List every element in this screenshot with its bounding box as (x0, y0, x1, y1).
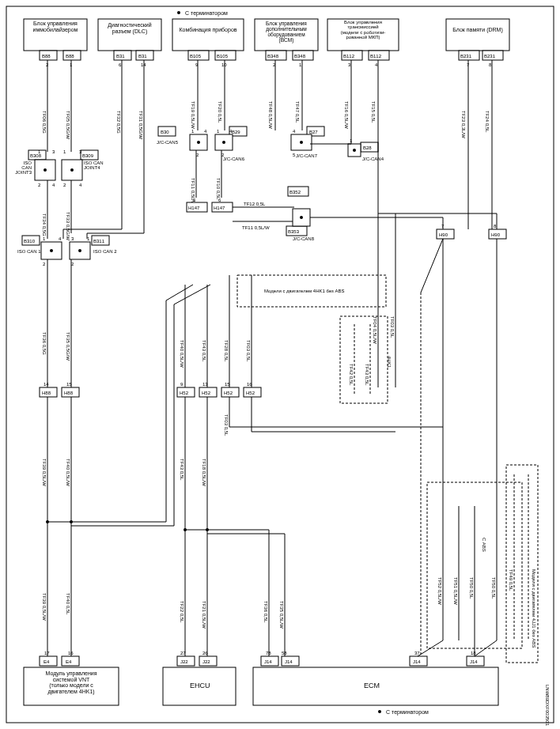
svg-text:16: 16 (68, 651, 74, 655)
svg-text:B29: B29 (232, 130, 240, 134)
svg-text:26: 26 (202, 651, 208, 655)
svg-text:E4: E4 (66, 659, 72, 664)
svg-text:H88: H88 (64, 391, 74, 395)
svg-text:H147: H147 (188, 206, 200, 210)
svg-text:TF40 0,5L: TF40 0,5L (66, 593, 70, 615)
svg-point-158 (353, 149, 356, 152)
svg-text:TF05 0,5G/W: TF05 0,5G/W (66, 111, 70, 139)
svg-text:H90: H90 (491, 232, 501, 237)
svg-text:TF32 0,5G: TF32 0,5G (116, 111, 121, 134)
svg-text:TF36 0,5G: TF36 0,5G (42, 332, 47, 355)
svg-text:J/C-CAN8: J/C-CAN8 (293, 236, 315, 241)
svg-text:TF36 0,5L: TF36 0,5L (263, 601, 268, 623)
svg-text:C ABS: C ABS (482, 538, 486, 552)
svg-text:ISO CAN 2: ISO CAN 2 (93, 249, 117, 254)
svg-text:TF40 0,5L/W: TF40 0,5L/W (180, 340, 184, 368)
svg-text:17: 17 (44, 651, 50, 655)
svg-text:B31: B31 (138, 54, 147, 59)
svg-text:J14: J14 (285, 659, 293, 664)
terminator-bottom: С терминатором (386, 709, 429, 716)
svg-text:Модели с двигателем 4JJ1 без A: Модели с двигателем 4JJ1 без ABS (532, 569, 536, 648)
svg-text:Модели с двигателем 4HK1 без A: Модели с двигателем 4HK1 без ABS (264, 289, 345, 293)
svg-text:TF31 0,5G/W: TF31 0,5G/W (138, 111, 143, 139)
svg-text:TF42 0,5L: TF42 0,5L (349, 364, 354, 386)
svg-text:B105: B105 (217, 54, 229, 59)
svg-text:B27: B27 (309, 130, 318, 134)
svg-text:TF47 0,5L: TF47 0,5L (295, 101, 300, 123)
svg-point-51 (44, 168, 47, 172)
svg-text:TF51 0,5L/W: TF51 0,5L/W (453, 577, 458, 605)
svg-text:B88: B88 (42, 54, 51, 59)
isocan1: ISO CAN 1 (17, 249, 41, 254)
svg-text:B310: B310 (24, 239, 36, 244)
svg-text:TF11 0,5L/W: TF11 0,5L/W (242, 225, 270, 230)
svg-text:J/C-CAN4: J/C-CAN4 (362, 157, 384, 161)
svg-text:B348: B348 (294, 54, 306, 59)
svg-text:B352: B352 (289, 190, 301, 195)
svg-point-59 (70, 168, 74, 172)
svg-point-129 (222, 141, 225, 144)
svg-text:TF06 0,5G: TF06 0,5G (42, 111, 47, 134)
svg-text:TF16 0,5L/W: TF16 0,5L/W (344, 101, 349, 129)
svg-text:TF24 0,5L: TF24 0,5L (485, 111, 490, 133)
svg-text:TF49 0,5L: TF49 0,5L (509, 569, 513, 591)
svg-point-179 (300, 216, 303, 219)
svg-text:27: 27 (180, 651, 186, 655)
svg-text:B112: B112 (370, 54, 382, 59)
svg-text:TF35 0,5G/W: TF35 0,5G/W (66, 332, 70, 361)
svg-text:TF48 0,5L/W: TF48 0,5L/W (268, 101, 273, 129)
svg-text:H147: H147 (214, 206, 225, 210)
svg-text:B31: B31 (116, 54, 125, 59)
svg-text:B348: B348 (267, 54, 279, 59)
svg-text:H52: H52 (202, 391, 211, 395)
svg-text:TF34 0,5G: TF34 0,5G (42, 213, 47, 236)
svg-text:TF18 0,5L/W: TF18 0,5L/W (202, 459, 206, 486)
svg-text:TF33 0,5G/W: TF33 0,5G/W (66, 212, 70, 240)
svg-text:15: 15 (66, 382, 72, 387)
svg-text:H90: H90 (439, 232, 448, 237)
svg-text:H52: H52 (246, 391, 255, 395)
svg-text:78: 78 (266, 651, 271, 655)
svg-text:J14: J14 (413, 659, 421, 664)
svg-text:TF03 0,5L: TF03 0,5L (246, 340, 251, 362)
svg-text:TF04 0,5L/W: TF04 0,5L/W (373, 316, 377, 344)
svg-text:4HK1: 4HK1 (387, 356, 392, 368)
svg-text:J22: J22 (202, 659, 210, 664)
svg-text:J14: J14 (470, 659, 478, 664)
svg-point-78 (78, 249, 81, 252)
svg-text:B88: B88 (66, 54, 74, 59)
svg-text:TF43 0,5L: TF43 0,5L (180, 459, 184, 481)
svg-text:14: 14 (44, 382, 49, 387)
svg-text:TF19 0,5L/W: TF19 0,5L/W (191, 101, 195, 129)
svg-text:TF12 0,5L: TF12 0,5L (244, 202, 266, 206)
svg-text:TF03 0,5L: TF03 0,5L (390, 316, 395, 338)
svg-text:H52: H52 (180, 391, 189, 395)
svg-text:TF22 0,5L: TF22 0,5L (180, 601, 184, 623)
svg-text:B231: B231 (484, 54, 496, 59)
svg-text:TF43 0,5L: TF43 0,5L (365, 364, 369, 386)
doc-id: LNW89DXF003501 (545, 685, 550, 727)
svg-text:TF52 0,5L/W: TF52 0,5L/W (437, 577, 442, 605)
svg-point-122 (197, 141, 200, 144)
svg-text:H52: H52 (224, 391, 233, 395)
svg-text:TF10 0,5L: TF10 0,5L (216, 178, 221, 200)
svg-text:B231: B231 (460, 54, 472, 59)
svg-text:E4: E4 (44, 659, 50, 664)
svg-text:TF50 0,5L: TF50 0,5L (469, 577, 474, 599)
svg-text:B112: B112 (343, 54, 355, 59)
svg-text:TF15 0,5L: TF15 0,5L (371, 101, 376, 123)
svg-text:ECM: ECM (364, 682, 380, 689)
svg-text:H88: H88 (42, 391, 51, 395)
svg-text:TF23 0,3L/W: TF23 0,3L/W (461, 111, 466, 138)
svg-text:EHCU: EHCU (190, 682, 210, 689)
svg-point-282 (378, 710, 381, 713)
svg-text:TF28 0,5L: TF28 0,5L (224, 340, 229, 362)
svg-text:TF43 0,5L: TF43 0,5L (202, 340, 206, 362)
svg-text:J14: J14 (264, 659, 272, 664)
svg-text:TF21 0,5L/W: TF21 0,5L/W (202, 601, 206, 629)
jc-can5: J/C-CAN5 (157, 140, 179, 145)
svg-text:TF40 0,5L/W: TF40 0,5L/W (66, 459, 70, 486)
svg-point-153 (300, 141, 303, 144)
svg-text:B105: B105 (190, 54, 202, 59)
svg-text:TF03 0,5L: TF03 0,5L (224, 414, 229, 436)
